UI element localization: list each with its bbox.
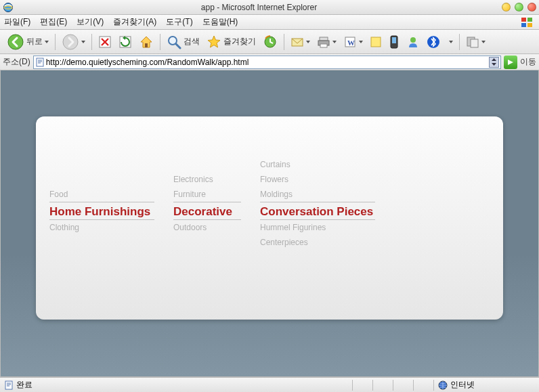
- go-button[interactable]: [504, 56, 517, 69]
- separator: [284, 34, 284, 50]
- globe-icon: [438, 380, 448, 390]
- svg-rect-26: [471, 39, 478, 47]
- svg-rect-2: [521, 18, 526, 22]
- nav-item[interactable]: Electronics: [173, 172, 241, 187]
- content-area: Food Home Furnishings Clothing Electroni…: [0, 70, 539, 377]
- favorites-label: 즐겨찾기: [223, 36, 256, 47]
- svg-rect-28: [5, 381, 12, 389]
- page-icon: [4, 380, 14, 390]
- search-button[interactable]: 검색: [164, 32, 202, 51]
- svg-point-23: [410, 37, 416, 43]
- svg-point-7: [63, 35, 78, 49]
- separator: [91, 34, 92, 50]
- nav-item[interactable]: Outdoors: [173, 220, 241, 235]
- menu-help[interactable]: 도움말(H): [202, 16, 238, 28]
- phone-button[interactable]: [386, 32, 402, 51]
- extra-button[interactable]: [463, 32, 488, 51]
- nav-item-selected[interactable]: Home Furnishings: [49, 202, 154, 220]
- minimize-button[interactable]: [502, 3, 511, 12]
- separator: [160, 34, 160, 50]
- favorites-button[interactable]: 즐겨찾기: [204, 32, 259, 51]
- search-label: 검색: [184, 36, 200, 47]
- browser-window: app - Microsoft Internet Explorer 파일(F) …: [0, 0, 539, 392]
- nav-item-selected[interactable]: Decorative: [173, 202, 241, 220]
- stop-button[interactable]: [95, 32, 114, 51]
- svg-rect-22: [392, 37, 396, 43]
- refresh-button[interactable]: [116, 32, 135, 51]
- zone-segment: 인터넷: [433, 380, 535, 391]
- status-text: 완료: [16, 379, 33, 391]
- edit-button[interactable]: W: [341, 32, 366, 51]
- svg-rect-15: [320, 37, 328, 41]
- svg-text:W: W: [347, 39, 355, 47]
- menu-tools[interactable]: 도구(T): [166, 16, 192, 28]
- menu-edit[interactable]: 편집(E): [40, 16, 67, 28]
- svg-rect-4: [521, 23, 526, 27]
- menu-view[interactable]: 보기(V): [77, 16, 104, 28]
- svg-rect-5: [527, 23, 532, 27]
- svg-point-6: [8, 35, 23, 49]
- nav-item[interactable]: Clothing: [49, 220, 154, 235]
- nav-item[interactable]: Curtains: [260, 157, 375, 172]
- nav-item[interactable]: Centerpieces: [260, 235, 375, 250]
- chevron-down-icon: [359, 41, 363, 43]
- url-input[interactable]: [45, 58, 489, 67]
- nav-item-selected[interactable]: Conversation Pieces: [260, 202, 375, 220]
- bluetooth-button[interactable]: [424, 32, 443, 51]
- windows-flag-icon: [520, 16, 535, 28]
- nav-item[interactable]: Food: [49, 187, 154, 202]
- forward-button[interactable]: [59, 32, 88, 51]
- messenger-button[interactable]: [404, 32, 423, 51]
- menubar: 파일(F) 편집(E) 보기(V) 즐겨찾기(A) 도구(T) 도움말(H): [0, 15, 539, 30]
- window-controls: [502, 3, 536, 12]
- back-label: 뒤로: [26, 36, 43, 47]
- app-panel: Food Home Furnishings Clothing Electroni…: [36, 116, 503, 320]
- nav-item[interactable]: Furniture: [173, 187, 241, 202]
- status-bar: 완료 인터넷: [0, 377, 539, 392]
- chevron-down-icon: [449, 41, 453, 43]
- close-button[interactable]: [527, 3, 536, 12]
- chevron-down-icon: [45, 41, 49, 43]
- nav-item[interactable]: Hummel Figurines: [260, 220, 375, 235]
- go-label: 이동: [520, 56, 536, 68]
- page-icon: [35, 58, 45, 67]
- menu-favorites[interactable]: 즐겨찾기(A): [113, 16, 156, 28]
- window-title: app - Microsoft Internet Explorer: [16, 3, 502, 12]
- address-field[interactable]: [33, 56, 501, 69]
- nav-item[interactable]: Moldings: [260, 187, 375, 202]
- maximize-button[interactable]: [515, 3, 523, 12]
- menu-file[interactable]: 파일(F): [4, 16, 30, 28]
- status-segment: [352, 380, 372, 391]
- address-label: 주소(D): [3, 56, 30, 68]
- separator: [55, 34, 56, 50]
- history-button[interactable]: [260, 32, 280, 51]
- mail-button[interactable]: [288, 32, 313, 51]
- svg-line-12: [176, 44, 180, 48]
- nav-column-1: Food Home Furnishings Clothing: [49, 187, 154, 250]
- print-button[interactable]: [314, 32, 339, 51]
- chevron-down-icon: [306, 41, 310, 43]
- address-spinner[interactable]: [489, 57, 499, 68]
- svg-rect-20: [371, 37, 381, 47]
- separator: [459, 34, 460, 50]
- home-button[interactable]: [136, 32, 156, 51]
- nav-column-2: Electronics Furniture Decorative Outdoor…: [173, 172, 241, 250]
- ie-icon: [3, 2, 14, 13]
- overflow-button[interactable]: [444, 32, 456, 51]
- nav-item[interactable]: Flowers: [260, 172, 375, 187]
- toolbar: 뒤로 검색 즐겨찾기: [0, 30, 539, 54]
- chevron-down-icon: [332, 41, 337, 43]
- nav-column-3: Curtains Flowers Moldings Conversation P…: [260, 157, 375, 250]
- titlebar: app - Microsoft Internet Explorer: [0, 0, 539, 15]
- back-button[interactable]: 뒤로: [4, 32, 51, 51]
- status-segment: [413, 380, 433, 391]
- svg-rect-17: [320, 44, 327, 47]
- status-segment: [393, 380, 413, 391]
- svg-rect-3: [527, 18, 532, 22]
- address-bar: 주소(D) 이동: [0, 54, 539, 70]
- chevron-down-icon: [81, 41, 85, 43]
- note-button[interactable]: [367, 32, 385, 51]
- status-segment: [372, 380, 393, 391]
- svg-rect-10: [145, 43, 148, 47]
- svg-rect-27: [37, 58, 43, 66]
